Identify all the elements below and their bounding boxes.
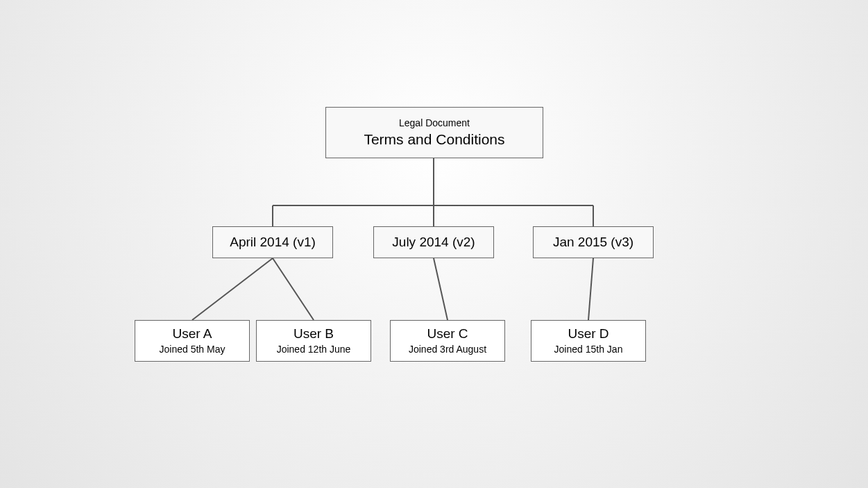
user-node-b: User B Joined 12th June (256, 320, 371, 362)
user-node-a: User A Joined 5th May (135, 320, 250, 362)
svg-line-8 (588, 258, 593, 320)
version-node-v1: April 2014 (v1) (212, 226, 333, 258)
user-joined: Joined 12th June (277, 344, 351, 355)
user-node-c: User C Joined 3rd August (390, 320, 505, 362)
root-subtitle: Legal Document (399, 117, 470, 129)
version-label: April 2014 (v1) (230, 235, 316, 251)
root-title: Terms and Conditions (364, 131, 504, 148)
diagram-canvas: Legal Document Terms and Conditions Apri… (0, 0, 868, 488)
user-name: User A (172, 326, 212, 342)
root-node-terms-and-conditions: Legal Document Terms and Conditions (325, 107, 543, 158)
version-node-v3: Jan 2015 (v3) (533, 226, 654, 258)
user-joined: Joined 15th Jan (554, 344, 623, 355)
version-label: July 2014 (v2) (392, 235, 475, 251)
svg-line-5 (192, 258, 273, 320)
user-joined: Joined 5th May (160, 344, 225, 355)
user-name: User C (427, 326, 468, 342)
user-node-d: User D Joined 15th Jan (531, 320, 646, 362)
user-joined: Joined 3rd August (409, 344, 486, 355)
svg-line-6 (273, 258, 314, 320)
user-name: User D (568, 326, 609, 342)
version-label: Jan 2015 (v3) (553, 235, 633, 251)
user-name: User B (293, 326, 334, 342)
version-node-v2: July 2014 (v2) (373, 226, 494, 258)
svg-line-7 (434, 258, 448, 320)
